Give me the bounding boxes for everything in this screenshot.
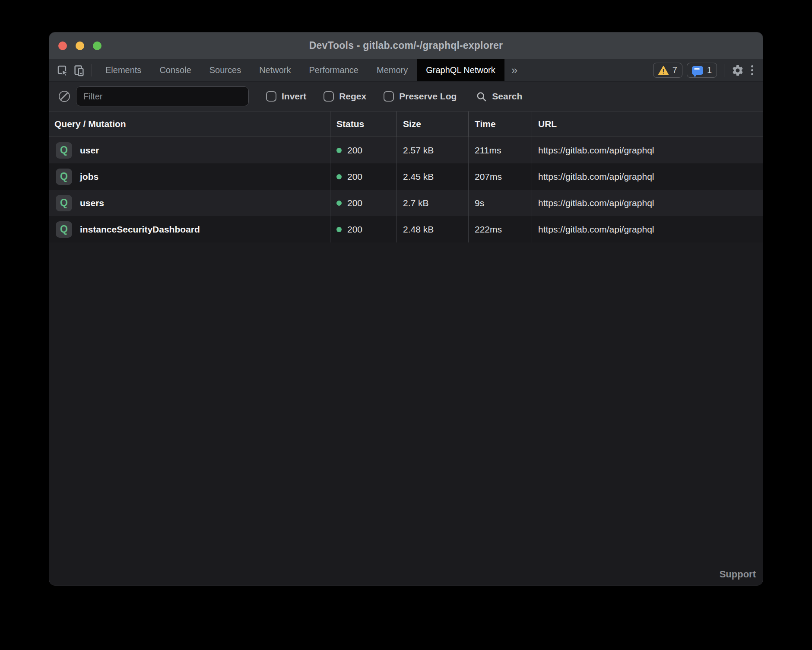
clear-requests-icon[interactable] bbox=[59, 91, 70, 102]
query-type-badge: Q bbox=[56, 221, 72, 238]
table-row[interactable]: Q user 200 2.57 kB 211ms https://gitlab.… bbox=[49, 137, 763, 163]
status-ok-dot bbox=[336, 227, 342, 232]
tab-graphql-network[interactable]: GraphQL Network bbox=[417, 59, 504, 81]
toolbar-right-cluster: 7 1 bbox=[649, 59, 763, 81]
regex-checkbox[interactable] bbox=[324, 91, 334, 102]
table-header: Query / Mutation Status Size Time URL bbox=[49, 111, 763, 137]
toolbar-divider bbox=[92, 64, 92, 76]
invert-checkbox-group[interactable]: Invert bbox=[266, 91, 306, 102]
query-name: users bbox=[80, 198, 104, 208]
zoom-button[interactable] bbox=[93, 41, 102, 50]
query-type-badge: Q bbox=[56, 195, 72, 211]
time-cell: 207ms bbox=[468, 163, 532, 190]
query-type-badge: Q bbox=[56, 169, 72, 185]
query-type-badge: Q bbox=[56, 142, 72, 159]
invert-checkbox[interactable] bbox=[266, 91, 276, 102]
filter-bar: Invert Regex Preserve Log Search bbox=[49, 82, 763, 111]
device-toolbar-icon[interactable] bbox=[71, 59, 87, 81]
size-cell: 2.7 kB bbox=[396, 190, 468, 216]
devtools-toolbar: Elements Console Sources Network Perform… bbox=[49, 59, 763, 82]
column-url: URL bbox=[532, 112, 763, 137]
tab-console[interactable]: Console bbox=[150, 59, 200, 81]
toolbar-divider bbox=[724, 64, 724, 77]
status-ok-dot bbox=[336, 174, 342, 179]
tab-sources[interactable]: Sources bbox=[200, 59, 250, 81]
query-name: instanceSecurityDashboard bbox=[80, 224, 200, 235]
url-cell: https://gitlab.com/api/graphql bbox=[532, 216, 763, 242]
issues-badge[interactable]: 1 bbox=[687, 63, 717, 78]
search-label: Search bbox=[492, 91, 522, 102]
status-ok-dot bbox=[336, 148, 342, 153]
column-size: Size bbox=[396, 112, 468, 137]
tab-performance[interactable]: Performance bbox=[300, 59, 368, 81]
status-ok-dot bbox=[336, 201, 342, 206]
inspect-element-icon[interactable] bbox=[54, 59, 71, 81]
warnings-badge[interactable]: 7 bbox=[653, 63, 682, 78]
query-name: jobs bbox=[80, 172, 98, 182]
table-row[interactable]: Q users 200 2.7 kB 9s https://gitlab.com… bbox=[49, 190, 763, 216]
search-button[interactable]: Search bbox=[476, 91, 522, 102]
url-cell: https://gitlab.com/api/graphql bbox=[532, 190, 763, 216]
tab-elements[interactable]: Elements bbox=[96, 59, 150, 81]
filter-input[interactable] bbox=[76, 86, 249, 106]
table-row[interactable]: Q instanceSecurityDashboard 200 2.48 kB … bbox=[49, 216, 763, 242]
tab-memory[interactable]: Memory bbox=[368, 59, 417, 81]
size-cell: 2.48 kB bbox=[396, 216, 468, 242]
invert-label: Invert bbox=[282, 91, 306, 102]
search-icon bbox=[476, 91, 487, 102]
regex-label: Regex bbox=[339, 91, 366, 102]
status-cell: 200 bbox=[330, 163, 396, 190]
minimize-button[interactable] bbox=[76, 41, 84, 50]
settings-gear-icon[interactable] bbox=[730, 64, 746, 77]
status-cell: 200 bbox=[330, 137, 396, 163]
more-options-icon[interactable] bbox=[746, 65, 758, 75]
issues-count: 1 bbox=[707, 65, 712, 75]
query-name: user bbox=[80, 145, 99, 156]
preserve-log-checkbox-group[interactable]: Preserve Log bbox=[384, 91, 457, 102]
query-cell: Q users bbox=[49, 190, 330, 216]
column-time: Time bbox=[468, 112, 532, 137]
status-cell: 200 bbox=[330, 190, 396, 216]
support-link[interactable]: Support bbox=[720, 569, 756, 580]
regex-checkbox-group[interactable]: Regex bbox=[324, 91, 366, 102]
query-cell: Q user bbox=[49, 137, 330, 163]
traffic-lights bbox=[58, 41, 102, 50]
empty-results-area: Support bbox=[49, 242, 763, 585]
query-cell: Q jobs bbox=[49, 163, 330, 190]
column-status: Status bbox=[330, 112, 396, 137]
preserve-log-checkbox[interactable] bbox=[384, 91, 394, 102]
size-cell: 2.57 kB bbox=[396, 137, 468, 163]
window-title: DevTools - gitlab.com/-/graphql-explorer bbox=[309, 40, 503, 51]
more-tabs-icon[interactable]: » bbox=[504, 59, 524, 81]
url-cell: https://gitlab.com/api/graphql bbox=[532, 137, 763, 163]
title-bar: DevTools - gitlab.com/-/graphql-explorer bbox=[49, 32, 763, 59]
close-button[interactable] bbox=[58, 41, 67, 50]
issues-bubble-icon bbox=[692, 66, 703, 75]
panel-tabs: Elements Console Sources Network Perform… bbox=[96, 59, 504, 81]
devtools-window: DevTools - gitlab.com/-/graphql-explorer… bbox=[49, 32, 763, 586]
status-cell: 200 bbox=[330, 216, 396, 242]
preserve-log-label: Preserve Log bbox=[399, 91, 457, 102]
warnings-count: 7 bbox=[672, 65, 677, 75]
time-cell: 222ms bbox=[468, 216, 532, 242]
url-cell: https://gitlab.com/api/graphql bbox=[532, 163, 763, 190]
time-cell: 211ms bbox=[468, 137, 532, 163]
query-cell: Q instanceSecurityDashboard bbox=[49, 216, 330, 242]
tab-network[interactable]: Network bbox=[250, 59, 300, 81]
time-cell: 9s bbox=[468, 190, 532, 216]
size-cell: 2.45 kB bbox=[396, 163, 468, 190]
column-query-mutation: Query / Mutation bbox=[49, 112, 330, 137]
warning-triangle-icon bbox=[658, 66, 669, 75]
table-row[interactable]: Q jobs 200 2.45 kB 207ms https://gitlab.… bbox=[49, 163, 763, 190]
